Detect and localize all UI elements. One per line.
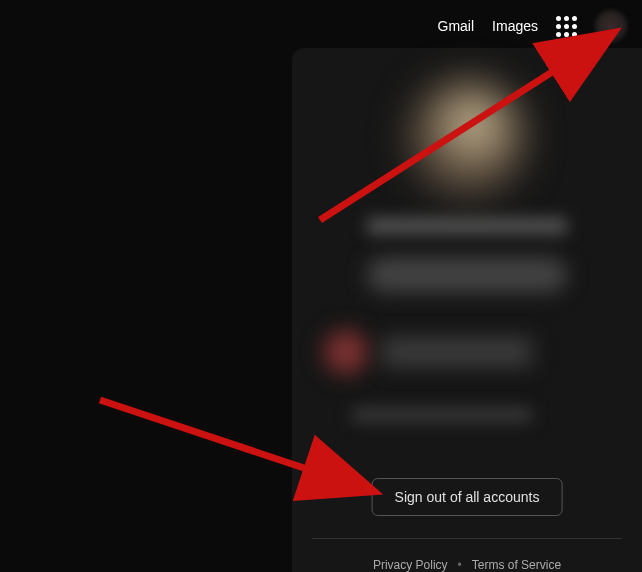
separator-dot: • bbox=[458, 558, 462, 572]
secondary-avatar bbox=[322, 328, 370, 376]
header-nav: Gmail Images bbox=[438, 10, 627, 42]
sign-out-all-button[interactable]: Sign out of all accounts bbox=[372, 478, 563, 516]
images-link[interactable]: Images bbox=[492, 18, 538, 34]
apps-grid-icon[interactable] bbox=[556, 16, 577, 37]
account-name-blurred bbox=[367, 218, 567, 234]
divider bbox=[312, 538, 622, 539]
account-panel: Sign out of all accounts Privacy Policy … bbox=[292, 48, 642, 572]
privacy-policy-link[interactable]: Privacy Policy bbox=[373, 558, 448, 572]
add-account-blurred[interactable] bbox=[352, 408, 532, 422]
gmail-link[interactable]: Gmail bbox=[438, 18, 475, 34]
panel-footer: Privacy Policy • Terms of Service bbox=[292, 558, 642, 572]
account-avatar-large bbox=[407, 78, 527, 198]
terms-link[interactable]: Terms of Service bbox=[472, 558, 561, 572]
secondary-account-row[interactable] bbox=[322, 328, 532, 376]
manage-account-blurred[interactable] bbox=[367, 258, 567, 292]
secondary-account-text-blurred bbox=[382, 337, 532, 367]
profile-avatar[interactable] bbox=[595, 10, 627, 42]
